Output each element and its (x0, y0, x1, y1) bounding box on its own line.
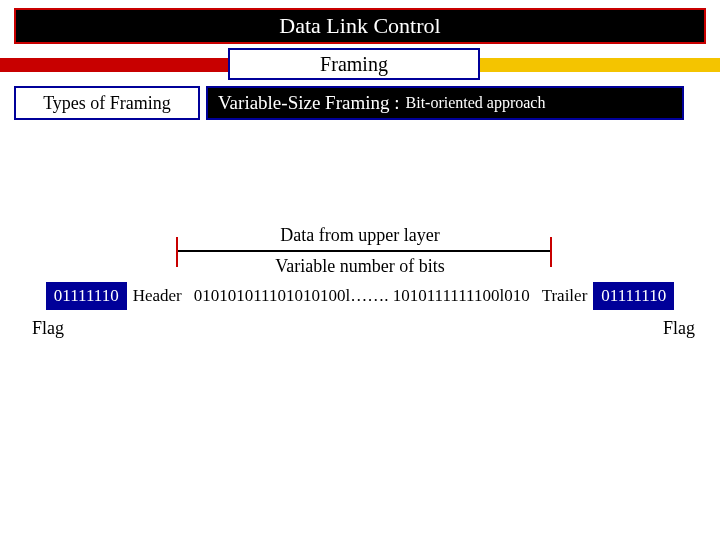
accent-bar-left (0, 58, 228, 72)
flag-left-cell: 01111110 (46, 282, 127, 310)
flag-right-cell: 01111110 (593, 282, 674, 310)
subtitle-text: Framing (320, 53, 388, 76)
title-bar: Data Link Control (14, 8, 706, 44)
accent-bar-right (480, 58, 720, 72)
trailer-cell: Trailer (536, 282, 594, 310)
header-cell: Header (127, 282, 188, 310)
variable-framing-box: Variable-Size Framing : Bit-oriented app… (206, 86, 684, 120)
variable-label-sub: Bit-oriented approach (406, 94, 546, 112)
data-cell: 010101011101010100l……. 1010111111100l010 (188, 282, 536, 310)
flag-label-right: Flag (663, 318, 695, 339)
frame-row: 01111110 Header 010101011101010100l……. 1… (0, 282, 720, 310)
types-label: Types of Framing (43, 93, 171, 114)
arrow-line (178, 250, 550, 252)
variable-label-main: Variable-Size Framing : (218, 92, 400, 114)
upper-layer-label: Data from upper layer (0, 225, 720, 246)
title-text: Data Link Control (279, 13, 440, 39)
subtitle-box: Framing (228, 48, 480, 80)
types-box: Types of Framing (14, 86, 200, 120)
variable-bits-label: Variable number of bits (0, 256, 720, 277)
flag-label-left: Flag (32, 318, 64, 339)
